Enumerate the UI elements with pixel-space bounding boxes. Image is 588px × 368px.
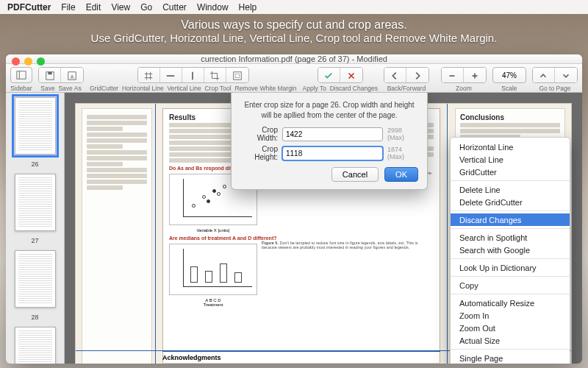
cancel-button[interactable]: Cancel: [331, 167, 379, 182]
svg-text:A: A: [71, 74, 74, 79]
page-viewer[interactable]: Results Do As and Bs respond differently…: [65, 93, 582, 364]
l5: Remove White Margin: [234, 85, 296, 92]
down-icon: [561, 71, 571, 81]
zoom-in-button[interactable]: [464, 68, 486, 83]
save-icon: [45, 71, 55, 81]
la: Apply To: [303, 85, 326, 92]
save-as-label: Save As: [58, 85, 81, 92]
minus-icon: [447, 71, 457, 81]
mac-menubar[interactable]: PDFCutter File Edit View Go Cutter Windo…: [0, 0, 588, 14]
menu-item[interactable]: Single Page: [451, 352, 570, 364]
menu-item[interactable]: Delete Line: [451, 183, 570, 196]
menu-item[interactable]: Horizontal Line: [451, 141, 570, 153]
save-button[interactable]: [39, 68, 61, 83]
minimize-icon[interactable]: [24, 57, 32, 66]
thumb-26[interactable]: [15, 97, 56, 155]
remove-margin-button[interactable]: [226, 68, 248, 83]
titlebar[interactable]: currection Information.pdf (page 26 of 3…: [6, 54, 582, 64]
forward-button[interactable]: [406, 68, 429, 83]
app-window: currection Information.pdf (page 26 of 3…: [6, 54, 582, 364]
menu-edit[interactable]: Edit: [86, 2, 101, 13]
crop-height-input[interactable]: [282, 146, 383, 160]
hline-button[interactable]: [160, 68, 182, 83]
menu-item[interactable]: Search in Spotlight: [451, 231, 570, 244]
save-as-button[interactable]: A: [61, 68, 83, 83]
context-menu[interactable]: Horizontal LineVertical LineGridCutterDe…: [450, 137, 570, 364]
ok-button[interactable]: OK: [384, 167, 418, 182]
window-controls[interactable]: [12, 57, 45, 66]
vline-button[interactable]: [182, 68, 204, 83]
forward-icon: [412, 71, 423, 81]
toolbar: Sidebar A Save Save As GridCutter Horizo…: [6, 64, 582, 93]
crop-height-max: 1874 (Max): [387, 146, 418, 160]
zoom-label: Zoom: [456, 85, 472, 92]
thumb-28[interactable]: [15, 250, 56, 308]
thumb-label: 28: [31, 314, 38, 321]
menu-item[interactable]: Automatically Resize: [451, 297, 570, 309]
gridcutter-button[interactable]: [138, 68, 160, 83]
menu-item[interactable]: Zoom In: [451, 309, 570, 322]
crop-height-label: Crop Height:: [240, 145, 278, 161]
margin-icon: [232, 71, 243, 81]
menu-window[interactable]: Window: [197, 2, 229, 13]
menu-item[interactable]: Search with Google: [451, 244, 570, 256]
next-page-button[interactable]: [555, 68, 577, 83]
thumb-label: 26: [31, 160, 38, 168]
crop-icon: [209, 71, 220, 81]
crop-width-input[interactable]: [282, 127, 383, 141]
crop-width-max: 2998 (Max): [387, 127, 418, 141]
zoom-icon[interactable]: [37, 57, 45, 66]
menu-app[interactable]: PDFCutter: [7, 2, 51, 13]
back-button[interactable]: [384, 68, 406, 83]
grid-icon: [143, 71, 154, 81]
promo-line-2: Use GridCutter, Horizontal Line, Vertica…: [0, 32, 588, 44]
thumb-29[interactable]: [15, 327, 56, 364]
menu-item[interactable]: GridCutter: [451, 166, 570, 178]
close-icon[interactable]: [12, 57, 20, 66]
thumb-label: 27: [31, 237, 38, 244]
window-title: currection Information.pdf (page 26 of 3…: [201, 54, 387, 63]
menu-help[interactable]: Help: [239, 2, 257, 13]
svg-rect-3: [48, 72, 51, 75]
menu-item[interactable]: Zoom Out: [451, 322, 570, 334]
svg-rect-9: [235, 74, 239, 77]
menu-item[interactable]: Delete GridCutter: [451, 196, 570, 208]
l1: GridCutter: [90, 85, 118, 92]
gotopage-label: Go to Page: [539, 85, 570, 92]
dialog-message: Enter crop size for a page 26. Crop widt…: [240, 100, 418, 120]
prev-page-button[interactable]: [533, 68, 555, 83]
menu-item[interactable]: Copy: [451, 279, 570, 291]
svg-rect-0: [17, 71, 26, 79]
thumbnail-sidebar[interactable]: 26 27 28: [6, 93, 65, 364]
apply-to-button[interactable]: [318, 68, 340, 83]
discard-button[interactable]: [340, 68, 362, 83]
crop-button[interactable]: [204, 68, 226, 83]
sidebar-label: Sidebar: [10, 85, 32, 92]
back-icon: [390, 71, 400, 81]
menu-go[interactable]: Go: [140, 2, 152, 13]
hline-icon: [165, 71, 176, 81]
menu-file[interactable]: File: [61, 2, 75, 13]
ld: Discard Changes: [330, 85, 378, 92]
menu-view[interactable]: View: [111, 2, 130, 13]
scale-dropdown[interactable]: 47%: [492, 67, 526, 83]
scale-value: 47%: [502, 71, 517, 79]
l2: Horizontal Line: [122, 85, 164, 92]
save-as-icon: A: [67, 71, 77, 81]
discard-icon: [346, 71, 356, 81]
menu-item[interactable]: Discard Changes: [451, 213, 570, 226]
zoom-out-button[interactable]: [442, 68, 464, 83]
vline-icon: [187, 71, 198, 81]
save-label: Save: [40, 85, 54, 92]
apply-icon: [323, 71, 334, 81]
sidebar-button[interactable]: [10, 67, 32, 83]
menu-item[interactable]: Vertical Line: [451, 153, 570, 166]
thumb-27[interactable]: [15, 174, 56, 231]
backfwd-label: Back/Forward: [387, 85, 426, 92]
menu-item[interactable]: Look Up in Dictionary: [451, 261, 570, 274]
promo-banner: Various ways to specify cut and crop are…: [0, 14, 588, 49]
crop-width-label: Crop Width:: [240, 126, 278, 142]
menu-item[interactable]: Actual Size: [451, 334, 570, 347]
menu-cutter[interactable]: Cutter: [162, 2, 187, 13]
l3: Vertical Line: [167, 85, 201, 92]
